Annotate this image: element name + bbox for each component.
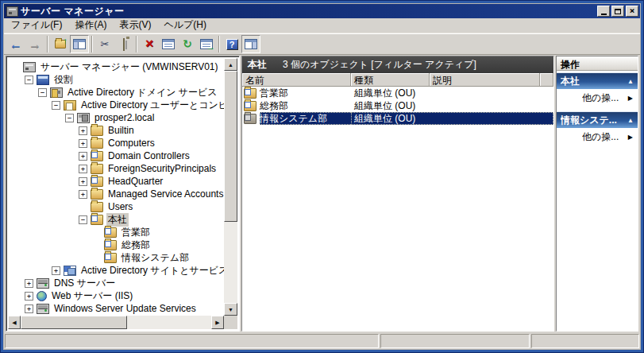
tree-item-label[interactable]: サーバー マネージャー (VMWINSERV01) <box>39 60 219 74</box>
expander-icon[interactable]: + <box>79 152 87 161</box>
refresh-button[interactable]: ↻ <box>178 35 197 53</box>
tree-item-label[interactable]: Computers <box>106 138 156 149</box>
tree-item: −本社 <box>8 213 224 226</box>
expander-icon[interactable]: + <box>25 279 33 288</box>
tree-item-label[interactable]: Active Directory サイトとサービス <box>79 264 224 277</box>
toolbar-separator <box>91 36 93 52</box>
expander-icon[interactable]: + <box>79 126 87 135</box>
app-icon <box>6 6 18 17</box>
column-header-name[interactable]: 名前 <box>242 73 351 86</box>
expander-icon[interactable]: + <box>25 292 33 301</box>
tree-item-label[interactable]: Domain Controllers <box>106 150 191 161</box>
help-button[interactable]: ? <box>222 35 241 53</box>
expander-icon[interactable]: − <box>79 215 87 224</box>
scroll-left-button[interactable]: ◀ <box>8 316 21 329</box>
expander-icon[interactable]: + <box>25 305 33 313</box>
properties-icon <box>162 39 175 49</box>
tree-item-label[interactable]: HeadQuarter <box>106 176 164 187</box>
console-tree-button[interactable] <box>70 35 89 53</box>
window-title: サーバー マネージャー <box>21 5 596 18</box>
scroll-up-button[interactable]: ▲ <box>224 58 237 71</box>
tree-vertical-scrollbar[interactable]: ▲ ▼ <box>224 58 237 316</box>
expander-icon[interactable]: − <box>65 114 74 122</box>
action-section-header[interactable]: 本社▲ <box>557 72 638 89</box>
delete-button[interactable]: × <box>140 35 159 53</box>
results-header: 本社 3 個のオブジェクト [フィルター アクティブ] <box>242 56 553 73</box>
expander-icon[interactable]: − <box>52 101 60 110</box>
table-row[interactable]: 総務部組織単位 (OU) <box>242 99 553 112</box>
column-header-type[interactable]: 種類 <box>351 73 430 86</box>
action-item-more-actions[interactable]: 他の操...▶ <box>557 91 638 104</box>
tree-item-label[interactable]: Users <box>106 201 134 212</box>
back-button[interactable]: ← <box>6 35 25 53</box>
tree-item: 営業部 <box>8 226 224 239</box>
action-item-more-actions[interactable]: 他の操...▶ <box>557 130 638 143</box>
menu-item-action[interactable]: 操作(A) <box>68 17 113 34</box>
web-server-icon <box>37 291 47 301</box>
tree-item: 情報システム部 <box>8 251 224 264</box>
forward-button[interactable]: → <box>25 35 44 53</box>
folder-up-button[interactable]: ↑ <box>51 35 70 53</box>
folder-icon <box>91 202 103 212</box>
console-tree-icon <box>73 39 86 49</box>
cut-icon: ✂ <box>101 38 110 50</box>
tree-item-label[interactable]: ForeignSecurityPrincipals <box>106 163 218 174</box>
folder-icon <box>91 189 103 200</box>
expander-icon[interactable]: + <box>79 139 87 148</box>
action-section-title: 本社 <box>561 75 626 88</box>
close-button[interactable]: × <box>626 6 638 17</box>
expander-icon[interactable]: + <box>79 190 87 199</box>
table-row[interactable]: 情報システム部組織単位 (OU) <box>242 112 553 125</box>
scroll-track[interactable] <box>224 71 237 303</box>
menu-item-file[interactable]: ファイル(F) <box>5 17 68 34</box>
menu-item-view[interactable]: 表示(V) <box>113 17 157 34</box>
tree-item-label[interactable]: 総務部 <box>120 239 152 252</box>
roles-icon <box>37 75 49 85</box>
row-selection: 総務部 <box>260 99 351 112</box>
table-row[interactable]: 営業部組織単位 (OU) <box>242 87 553 99</box>
tree-item-label[interactable]: 営業部 <box>120 226 152 239</box>
cut-button[interactable]: ✂ <box>95 35 114 53</box>
properties-button[interactable] <box>159 35 178 53</box>
action-section-header[interactable]: 情報システ...▲ <box>557 111 638 128</box>
tree-item-label[interactable]: DNS サーバー <box>52 277 117 290</box>
column-header-description[interactable]: 説明 <box>430 73 540 86</box>
tree-item: +ForeignSecurityPrincipals <box>8 162 224 175</box>
scroll-down-button[interactable]: ▼ <box>224 303 237 316</box>
tree-item: −Active Directory ユーザーとコンピューター <box>8 99 224 111</box>
scroll-thumb[interactable] <box>21 316 127 329</box>
action-item-label: 他の操... <box>582 91 628 105</box>
scroll-thumb[interactable] <box>224 71 237 222</box>
collapse-icon[interactable]: ▲ <box>627 78 634 85</box>
tree-item-label[interactable]: 役割 <box>52 73 75 87</box>
expander-icon[interactable]: − <box>25 76 33 84</box>
tree-item: +Domain Controllers <box>8 149 224 162</box>
export-list-button[interactable]: → <box>197 35 216 53</box>
scroll-track[interactable] <box>21 316 211 329</box>
action-pane-button[interactable] <box>241 35 260 53</box>
minimize-button[interactable] <box>597 6 610 17</box>
expander-icon[interactable]: + <box>79 177 87 186</box>
tree-item-label[interactable]: Web サーバー (IIS) <box>50 289 134 303</box>
tree-item-label[interactable]: Windows Server Update Services <box>52 303 198 314</box>
tree-horizontal-scrollbar[interactable]: ◀ ▶ <box>8 316 224 329</box>
folder-up-icon: ↑ <box>55 40 66 48</box>
tree-item-label[interactable]: 本社 <box>106 213 129 227</box>
paste-button[interactable] <box>114 35 133 53</box>
tree-item-label[interactable]: 情報システム部 <box>120 251 191 265</box>
tree-item: −Active Directory ドメイン サービス <box>8 86 224 99</box>
refresh-icon: ↻ <box>183 38 192 50</box>
menu-item-help[interactable]: ヘルプ(H) <box>157 17 213 34</box>
expander-icon[interactable]: + <box>52 266 60 275</box>
tree-item-label[interactable]: Active Directory ユーザーとコンピューター <box>79 99 224 112</box>
expander-icon[interactable]: + <box>79 165 87 173</box>
expander-icon[interactable]: − <box>38 88 47 97</box>
tree-item-label[interactable]: Managed Service Accounts <box>106 188 224 200</box>
scroll-right-button[interactable]: ▶ <box>211 316 224 329</box>
tree-item-label[interactable]: prosper2.local <box>93 112 156 123</box>
collapse-icon[interactable]: ▲ <box>627 117 634 124</box>
tree-item-label[interactable]: Active Directory ドメイン サービス <box>66 86 219 99</box>
tree-item-label[interactable]: Builtin <box>106 125 136 136</box>
maximize-button[interactable] <box>611 6 624 17</box>
action-section-title: 情報システ... <box>561 114 626 127</box>
